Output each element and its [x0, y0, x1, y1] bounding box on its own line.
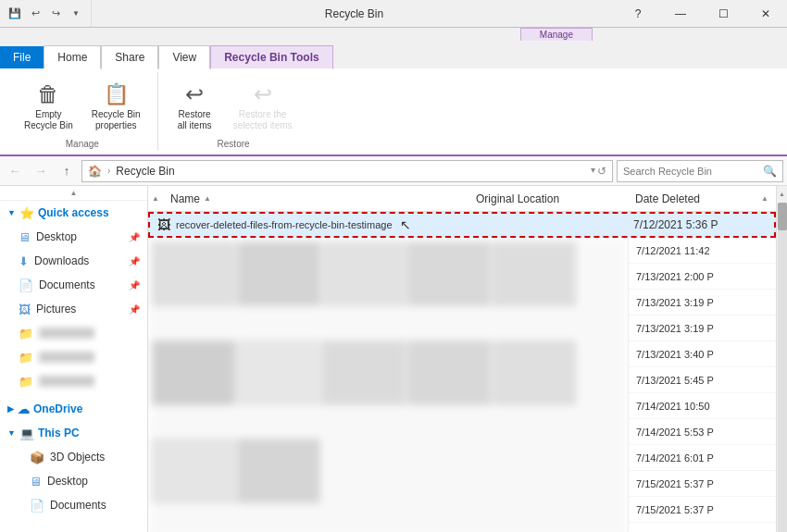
scroll-up-arrow[interactable]: ▲ — [778, 186, 787, 201]
sidebar-item-documents[interactable]: 📄 Documents 📌 — [0, 273, 147, 297]
restore-selected-label: Restore theselected items — [233, 109, 293, 131]
v-scroll-thumb[interactable] — [778, 203, 787, 230]
manage-group-label: Manage — [520, 28, 593, 41]
file-row-date-item: 7/13/2021 5:45 P — [629, 367, 776, 393]
col-location-text: Original Location — [476, 192, 559, 205]
desktop-icon: 🖥 — [19, 230, 31, 244]
date-column: 7/12/2021 11:427/13/2021 2:00 P7/13/2021… — [628, 238, 776, 532]
sidebar-item-desktop2[interactable]: 🖥 Desktop — [0, 469, 147, 493]
sidebar-item-folder3[interactable]: 📁 — [0, 369, 147, 393]
blurred-thumbnails — [148, 238, 628, 532]
sidebar-item-downloads[interactable]: ⬇ Downloads 📌 — [0, 249, 147, 273]
navigation-bar: ← → ↑ 🏠 › Recycle Bin ▾ ↺ 🔍 — [0, 156, 787, 186]
tab-recycle-bin-tools[interactable]: Recycle Bin Tools — [210, 45, 332, 69]
address-refresh-icon[interactable]: ↺ — [597, 165, 606, 178]
ribbon: 🗑 EmptyRecycle Bin 📋 Recycle Binproperti… — [0, 68, 787, 156]
sidebar: ▲ ▼ ⭐ Quick access 🖥 Desktop 📌 ⬇ Downloa… — [0, 186, 148, 532]
sidebar-pictures-label: Pictures — [36, 303, 76, 315]
folder2-icon: 📁 — [19, 351, 33, 365]
pin-pics-icon: 📌 — [129, 304, 140, 315]
window-title: Recycle Bin — [92, 0, 617, 27]
sidebar-item-desktop[interactable]: 🖥 Desktop 📌 — [0, 225, 147, 249]
main-content: ▲ ▼ ⭐ Quick access 🖥 Desktop 📌 ⬇ Downloa… — [0, 186, 787, 532]
sidebar-folder2-label — [39, 352, 94, 363]
address-home-icon: 🏠 — [88, 165, 102, 178]
sidebar-this-pc[interactable]: ▼ 💻 This PC — [0, 421, 147, 445]
file-row-date-item: 7/14/2021 10:50 — [629, 393, 776, 419]
quick-access-chevron: ▼ — [7, 208, 16, 217]
tab-view[interactable]: View — [158, 45, 210, 69]
v-scroll-track — [778, 203, 787, 532]
ribbon-manage-group: 🗑 EmptyRecycle Bin 📋 Recycle Binproperti… — [7, 72, 158, 151]
search-icon[interactable]: 🔍 — [763, 165, 777, 178]
title-text: Recycle Bin — [325, 7, 383, 20]
col-name-text: Name — [170, 192, 200, 205]
ribbon-restore-items: ↩ Restoreall items ↩ Restore theselected… — [169, 76, 298, 135]
quick-access-icon: ⭐ — [19, 206, 34, 220]
sidebar-quick-access[interactable]: ▼ ⭐ Quick access — [0, 201, 147, 225]
window-controls: ? — ☐ ✕ — [617, 0, 787, 27]
tab-share[interactable]: Share — [101, 45, 158, 69]
sidebar-collapse-top[interactable]: ▲ — [0, 186, 147, 201]
address-dropdown-icon[interactable]: ▾ — [591, 165, 595, 178]
address-bar[interactable]: 🏠 › Recycle Bin ▾ ↺ — [81, 160, 613, 182]
cursor-indicator: ↖ — [400, 217, 411, 232]
quick-access-toolbar: 💾 ↩ ↪ ▼ — [0, 0, 92, 27]
vertical-scrollbar[interactable]: ▲ ▼ — [776, 186, 787, 532]
col-name-header[interactable]: Name ▲ — [163, 192, 468, 205]
undo-qat-icon[interactable]: ↩ — [26, 5, 44, 23]
back-button[interactable]: ← — [4, 160, 26, 182]
sidebar-documents-label: Documents — [39, 278, 95, 291]
sidebar-item-pictures[interactable]: 🖼 Pictures 📌 — [0, 297, 147, 321]
properties-label: Recycle Binproperties — [92, 109, 141, 131]
help-button[interactable]: ? — [617, 0, 659, 28]
downloads-icon: ⬇ — [19, 254, 29, 268]
sidebar-item-3d-objects[interactable]: 📦 3D Objects — [0, 445, 147, 469]
file-row-date-item: 7/13/2021 2:00 P — [629, 264, 776, 290]
documents2-icon: 📄 — [30, 499, 44, 513]
file-row-date-item: 7/12/2021 11:42 — [629, 238, 776, 264]
search-box[interactable]: 🔍 — [617, 160, 783, 182]
quick-access-label: Quick access — [38, 206, 109, 219]
file-row-date-item: 7/15/2021 5:44 P — [629, 523, 776, 532]
scroll-up-btn[interactable]: ▲ — [761, 194, 768, 203]
tab-file[interactable]: File — [0, 46, 44, 68]
col-date-text: Date Deleted — [635, 192, 700, 205]
selected-file-row[interactable]: 🖼 recover-deleted-files-from-recycle-bin… — [148, 212, 776, 238]
save-qat-icon[interactable]: 💾 — [6, 5, 24, 23]
folder1-icon: 📁 — [19, 327, 33, 340]
close-button[interactable]: ✕ — [744, 0, 787, 28]
col-location-header[interactable]: Original Location — [468, 192, 628, 205]
sidebar-item-documents2[interactable]: 📄 Documents — [0, 493, 147, 517]
title-bar: 💾 ↩ ↪ ▼ Recycle Bin ? — ☐ ✕ — [0, 0, 787, 28]
header-collapse-btn[interactable]: ▲ — [148, 186, 163, 212]
file-row-date-item: 7/15/2021 5:37 P — [629, 471, 776, 497]
onedrive-label: OneDrive — [33, 402, 82, 415]
file-row-date-item: 7/14/2021 5:53 P — [629, 419, 776, 445]
col-date-header[interactable]: Date Deleted ▲ — [628, 192, 776, 205]
selected-file-name: 🖼 recover-deleted-files-from-recycle-bin… — [150, 217, 446, 232]
qat-dropdown-icon[interactable]: ▼ — [67, 5, 85, 23]
redo-qat-icon[interactable]: ↪ — [46, 5, 65, 23]
up-button[interactable]: ↑ — [56, 160, 78, 182]
restore-all-button[interactable]: ↩ Restoreall items — [169, 76, 220, 135]
selected-file-icon: 🖼 — [157, 217, 170, 232]
pin-docs-icon: 📌 — [129, 280, 140, 291]
recycle-bin-properties-button[interactable]: 📋 Recycle Binproperties — [86, 76, 146, 135]
this-pc-label: This PC — [38, 427, 80, 439]
restore-all-icon: ↩ — [180, 80, 209, 109]
file-list-area: ▲ Name ▲ Original Location Date Deleted … — [148, 186, 776, 532]
minimize-button[interactable]: — — [659, 0, 702, 28]
maximize-button[interactable]: ☐ — [702, 0, 744, 28]
restore-selected-button[interactable]: ↩ Restore theselected items — [228, 76, 298, 135]
sidebar-onedrive[interactable]: ▶ ☁ OneDrive — [0, 397, 147, 421]
sidebar-item-folder2[interactable]: 📁 — [0, 345, 147, 369]
selected-file-date: 7/12/2021 5:36 P — [626, 218, 774, 231]
empty-recycle-bin-button[interactable]: 🗑 EmptyRecycle Bin — [19, 76, 79, 135]
sidebar-item-folder1[interactable]: 📁 — [0, 321, 147, 345]
forward-button[interactable]: → — [30, 160, 52, 182]
search-input[interactable] — [623, 166, 759, 177]
sidebar-3d-label: 3D Objects — [50, 451, 105, 464]
tabs-row: File Home Share View Recycle Bin Tools — [0, 28, 787, 68]
tab-home[interactable]: Home — [44, 45, 101, 69]
